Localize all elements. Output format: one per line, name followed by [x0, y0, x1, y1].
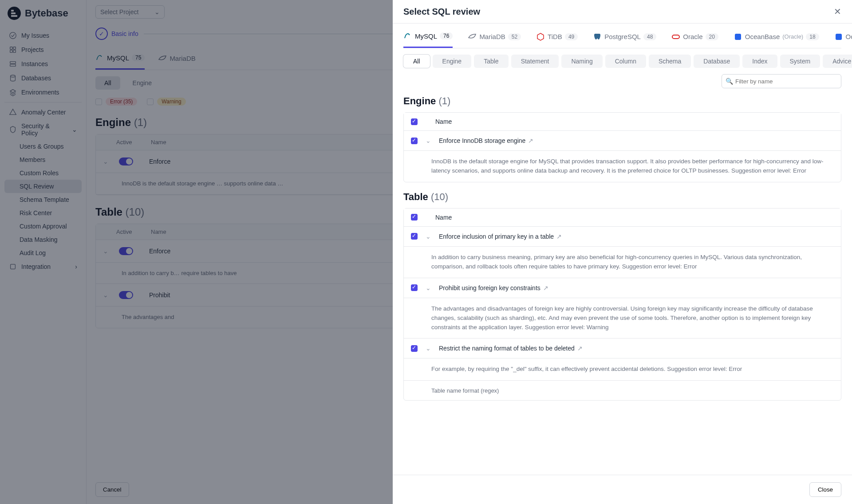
rule-row[interactable]: ⌄Restrict the naming format of tables to… [404, 339, 841, 358]
modal-select-sql-review: Select SQL review ✕ MySQL76 MariaDB52 Ti… [393, 0, 852, 504]
close-button[interactable]: Close [809, 482, 841, 497]
mcat-column[interactable]: Column [605, 55, 646, 68]
rule-desc: InnoDB is the default storage engine for… [404, 151, 841, 182]
modal-section-engine: Engine (1) Name ⌄Enforce InnoDB storage … [403, 95, 841, 182]
rule-row[interactable]: ⌄Enforce inclusion of primary key in a t… [404, 227, 841, 247]
close-icon[interactable]: ✕ [834, 6, 841, 17]
external-link-icon[interactable]: ↗ [528, 137, 533, 144]
select-all-checkbox[interactable] [411, 214, 418, 220]
col-name: Name [435, 214, 452, 221]
mtab-postgresql[interactable]: PostgreSQL48 [593, 24, 656, 48]
rule-row[interactable]: ⌄Prohibit using foreign key constraints↗ [404, 278, 841, 298]
mcat-system[interactable]: System [780, 55, 820, 68]
field-label: Table name format (regex) [431, 387, 499, 394]
rule-desc: The advantages and disadvantages of fore… [404, 298, 841, 339]
rule-link[interactable]: Enforce inclusion of primary key in a ta… [439, 233, 554, 240]
oceanbase-icon [734, 32, 742, 41]
mcat-statement[interactable]: Statement [511, 55, 559, 68]
mtab-mariadb[interactable]: MariaDB52 [468, 24, 521, 48]
modal-cat-tabs: All Engine Table Statement Naming Column… [403, 55, 841, 68]
mcat-advice[interactable]: Advice [823, 55, 852, 68]
oracle-icon [671, 32, 680, 41]
rule-row[interactable]: ⌄Enforce InnoDB storage engine↗ [404, 131, 841, 151]
rule-checkbox[interactable] [411, 138, 418, 144]
rule-checkbox[interactable] [411, 233, 418, 240]
chevron-down-icon[interactable]: ⌄ [426, 284, 433, 291]
search-input[interactable] [722, 74, 841, 88]
mcat-naming[interactable]: Naming [561, 55, 602, 68]
mcat-database[interactable]: Database [694, 55, 740, 68]
svg-rect-13 [672, 35, 679, 39]
svg-rect-14 [735, 34, 741, 40]
mcat-engine[interactable]: Engine [433, 55, 472, 68]
svg-rect-15 [836, 34, 842, 40]
rule-field-row: Table name format (regex) [404, 381, 841, 400]
chevron-down-icon[interactable]: ⌄ [426, 233, 433, 240]
mariadb-icon [468, 32, 477, 41]
rule-link[interactable]: Prohibit using foreign key constraints [439, 284, 540, 291]
tidb-icon [536, 32, 545, 41]
rule-desc: For example, by requiring the "_del" suf… [404, 358, 841, 381]
search-icon: 🔍 [726, 78, 733, 85]
mtab-oracle[interactable]: Oracle20 [671, 24, 718, 48]
mysql-icon [403, 32, 412, 40]
postgresql-icon [593, 32, 602, 41]
rule-link[interactable]: Restrict the naming format of tables to … [439, 345, 575, 352]
mcat-all[interactable]: All [403, 55, 430, 68]
mtab-oceanbase-oracle[interactable]: OceanBase(Oracle)18 [734, 24, 819, 48]
mtab-tidb[interactable]: TiDB49 [536, 24, 578, 48]
mtab-oceanbase[interactable]: OceanBase [834, 24, 852, 48]
rule-checkbox[interactable] [411, 284, 418, 291]
rule-checkbox[interactable] [411, 345, 418, 352]
mtab-mysql[interactable]: MySQL76 [403, 24, 453, 48]
external-link-icon[interactable]: ↗ [577, 345, 583, 352]
mcat-table[interactable]: Table [474, 55, 508, 68]
rule-desc: In addition to carry business meaning, p… [404, 247, 841, 278]
modal-section-table: Table (10) Name ⌄Enforce inclusion of pr… [403, 191, 841, 401]
modal-db-tabs: MySQL76 MariaDB52 TiDB49 PostgreSQL48 Or… [403, 24, 841, 48]
rule-link[interactable]: Enforce InnoDB storage engine [439, 137, 525, 144]
external-link-icon[interactable]: ↗ [543, 284, 548, 291]
select-all-checkbox[interactable] [411, 118, 418, 125]
oceanbase-icon [834, 32, 843, 41]
mcat-index[interactable]: Index [742, 55, 777, 68]
mcat-schema[interactable]: Schema [649, 55, 691, 68]
external-link-icon[interactable]: ↗ [556, 233, 562, 240]
chevron-down-icon[interactable]: ⌄ [426, 137, 433, 144]
modal-title: Select SQL review [403, 7, 480, 17]
col-name: Name [435, 118, 452, 125]
chevron-down-icon[interactable]: ⌄ [426, 345, 433, 352]
